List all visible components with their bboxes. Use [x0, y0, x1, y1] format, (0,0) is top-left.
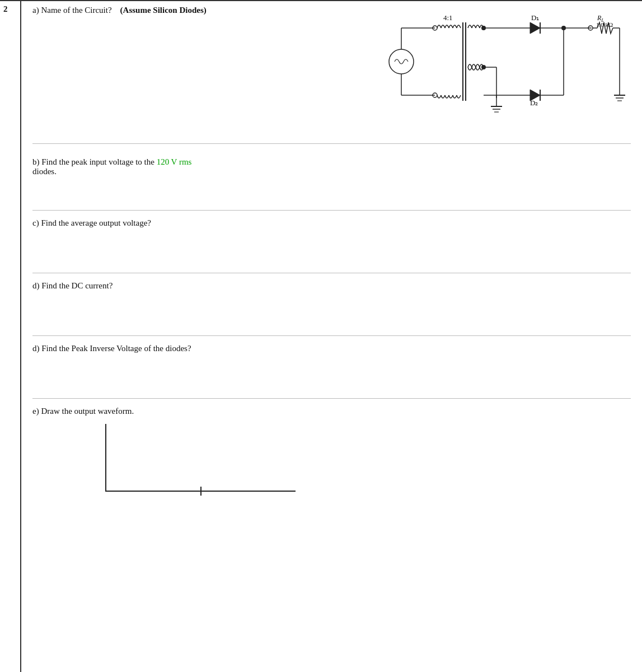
question-a-section: a) Name of the Circuit? (Assume Silicon …: [32, 6, 631, 144]
d1-label: D₁: [531, 13, 539, 22]
waveform-y-axis: [105, 424, 106, 491]
question-d1-label: d) Find the DC current?: [32, 281, 113, 290]
svg-marker-20: [530, 22, 540, 34]
svg-point-16: [481, 26, 486, 30]
question-a-title: a) Name of the Circuit? (Assume Silicon …: [32, 6, 340, 15]
circuit-svg: 4:1: [373, 0, 642, 129]
question-c-label: c) Find the average output voltage?: [32, 218, 151, 227]
exam-page: 2 a) Name of the Circuit? (Assume Silico…: [0, 0, 642, 672]
question-c-section: c) Find the average output voltage?: [32, 211, 631, 273]
svg-point-17: [481, 65, 486, 69]
voltage-label: 120 V rms: [157, 157, 192, 166]
waveform-tick: [200, 487, 201, 496]
circuit-diagram: 4:1: [340, 0, 631, 134]
question-a-label: a) Name of the Circuit?: [32, 6, 112, 15]
transformer-ratio-label: 4:1: [443, 13, 453, 22]
question-b-section: b) Find the peak input voltage to the 12…: [32, 150, 631, 211]
question-d2-label: d) Find the Peak Inverse Voltage of the …: [32, 344, 191, 353]
main-content: a) Name of the Circuit? (Assume Silicon …: [21, 0, 642, 672]
waveform-area: [105, 424, 296, 502]
question-b-prefix: b) Find the peak input voltage to the: [32, 157, 154, 166]
rl-value: 1.0 kΩ: [596, 21, 613, 28]
question-number: 2: [0, 0, 21, 672]
question-a-emphasis: (Assume Silicon Diodes): [120, 6, 207, 15]
question-e-section: e) Draw the output waveform.: [32, 399, 631, 508]
d2-label: D₂: [530, 99, 538, 107]
question-d2-section: d) Find the Peak Inverse Voltage of the …: [32, 336, 631, 399]
svg-point-0: [389, 49, 414, 74]
question-e-label: e) Draw the output waveform.: [32, 407, 134, 416]
question-a-text: a) Name of the Circuit? (Assume Silicon …: [32, 6, 340, 21]
question-b-suffix: diodes.: [32, 167, 57, 176]
question-d1-section: d) Find the DC current?: [32, 273, 631, 336]
